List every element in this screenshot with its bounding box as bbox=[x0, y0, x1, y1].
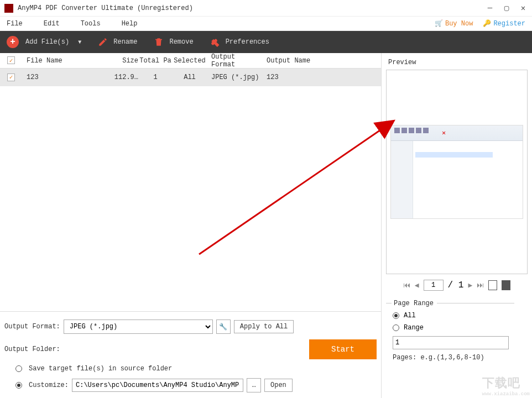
menubar: File Edit Tools Help 🛒 Buy Now 🔑 Registe… bbox=[0, 17, 532, 31]
close-button[interactable]: ✕ bbox=[519, 3, 528, 13]
preview-box: ✕ bbox=[386, 70, 528, 274]
next-page-button[interactable]: ▶ bbox=[468, 281, 472, 290]
range-hint: Pages: e.g.(1,3,6,8-10) bbox=[393, 354, 528, 362]
table-header: ✓ File Name Size Total Pa Selected Outpu… bbox=[0, 53, 381, 69]
range-custom-label: Range bbox=[404, 324, 424, 332]
start-button[interactable]: Start bbox=[309, 339, 377, 359]
output-format-select[interactable]: JPEG (*.jpg) bbox=[64, 320, 213, 334]
page-input[interactable] bbox=[424, 280, 444, 291]
minimize-button[interactable]: — bbox=[486, 3, 494, 13]
rename-button[interactable]: Rename bbox=[98, 37, 137, 47]
cell-filename: 123 bbox=[22, 74, 111, 81]
remove-button[interactable]: Remove bbox=[154, 37, 193, 47]
app-icon bbox=[4, 4, 13, 13]
select-all-checkbox[interactable]: ✓ bbox=[7, 56, 15, 64]
browse-button[interactable]: … bbox=[247, 378, 261, 392]
range-input[interactable] bbox=[393, 336, 509, 349]
page-total: / 1 bbox=[448, 280, 464, 290]
first-page-button[interactable]: ⏮ bbox=[403, 281, 410, 290]
register-link[interactable]: 🔑 Register bbox=[483, 19, 525, 28]
cart-icon: 🛒 bbox=[435, 19, 443, 28]
page-range-legend: Page Range bbox=[386, 300, 528, 307]
titlebar: AnyMP4 PDF Converter Ultimate (Unregiste… bbox=[0, 0, 532, 17]
pager: ⏮ ◀ / 1 ▶ ⏭ bbox=[386, 280, 528, 291]
menu-edit[interactable]: Edit bbox=[44, 20, 60, 28]
buy-now-link[interactable]: 🛒 Buy Now bbox=[435, 19, 473, 28]
cell-output-format: JPEG (*.jpg) bbox=[207, 74, 262, 81]
apply-to-all-button[interactable]: Apply to All bbox=[234, 320, 294, 333]
page-range-group: Page Range All Range Pages: e.g.(1,3,6,8… bbox=[386, 300, 528, 362]
maximize-button[interactable]: ▢ bbox=[502, 3, 511, 13]
customize-label: Customize: bbox=[29, 381, 69, 389]
col-selected[interactable]: Selected bbox=[173, 57, 207, 65]
open-folder-button[interactable]: Open bbox=[264, 379, 293, 392]
add-files-button[interactable]: + Add File(s) ▼ bbox=[7, 36, 81, 48]
fit-page-icon[interactable] bbox=[488, 280, 497, 290]
menu-file[interactable]: File bbox=[7, 20, 23, 28]
cell-output-name: 123 bbox=[262, 74, 381, 81]
cell-total-pages: 1 bbox=[138, 74, 173, 81]
customize-path-input[interactable] bbox=[72, 379, 243, 392]
actual-size-icon[interactable] bbox=[502, 280, 510, 290]
col-size[interactable]: Size bbox=[111, 57, 138, 65]
menu-help[interactable]: Help bbox=[122, 20, 138, 28]
chevron-down-icon[interactable]: ▼ bbox=[78, 39, 81, 45]
col-output-name[interactable]: Output Name bbox=[262, 57, 381, 65]
toolbar: + Add File(s) ▼ Rename Remove Preference… bbox=[0, 31, 532, 53]
last-page-button[interactable]: ⏭ bbox=[477, 281, 484, 290]
format-settings-button[interactable]: 🔧 bbox=[216, 320, 231, 334]
col-output-format[interactable]: Output Format bbox=[207, 53, 262, 69]
wrench-icon: 🔧 bbox=[219, 323, 227, 331]
cell-selected: All bbox=[173, 74, 207, 81]
tools-icon bbox=[210, 37, 220, 47]
radio-range-all[interactable] bbox=[393, 312, 399, 319]
radio-save-source[interactable] bbox=[15, 365, 22, 372]
row-checkbox[interactable]: ✓ bbox=[7, 74, 15, 81]
range-all-label: All bbox=[404, 312, 416, 320]
output-format-label: Output Format: bbox=[4, 323, 60, 331]
cell-size: 112.9… bbox=[111, 74, 138, 81]
trash-icon bbox=[154, 37, 164, 47]
pencil-icon bbox=[98, 37, 108, 47]
bottom-panel: Output Format: JPEG (*.jpg) 🔧 Apply to A… bbox=[0, 311, 381, 398]
key-icon: 🔑 bbox=[483, 19, 491, 28]
save-source-label: Save target file(s) in source folder bbox=[29, 365, 172, 373]
preferences-button[interactable]: Preferences bbox=[210, 37, 269, 47]
table-row[interactable]: ✓ 123 112.9… 1 All JPEG (*.jpg) 123 bbox=[0, 69, 381, 86]
col-filename[interactable]: File Name bbox=[22, 57, 111, 65]
prev-page-button[interactable]: ◀ bbox=[415, 281, 419, 290]
window-title: AnyMP4 PDF Converter Ultimate (Unregiste… bbox=[18, 4, 486, 12]
col-total-pages[interactable]: Total Pa bbox=[138, 57, 173, 65]
output-folder-label: Output Folder: bbox=[4, 345, 60, 353]
radio-range-custom[interactable] bbox=[393, 324, 399, 331]
preview-thumbnail: ✕ bbox=[390, 125, 523, 219]
menu-tools[interactable]: Tools bbox=[81, 20, 101, 28]
table-body: ✓ 123 112.9… 1 All JPEG (*.jpg) 123 bbox=[0, 69, 381, 311]
plus-icon: + bbox=[7, 36, 19, 48]
preview-label: Preview bbox=[386, 57, 528, 70]
radio-customize[interactable] bbox=[15, 382, 22, 389]
